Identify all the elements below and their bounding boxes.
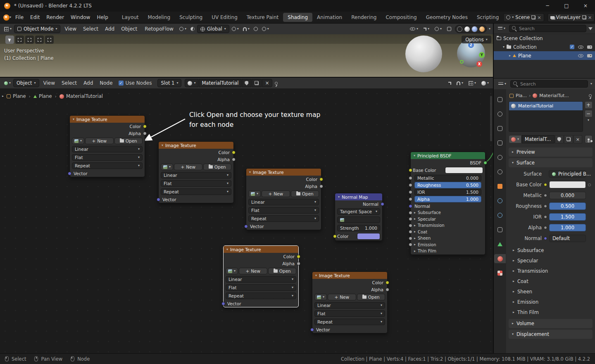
property-slider-ior[interactable]: 1.500 (549, 213, 586, 221)
node-panel-specular[interactable]: ▸Specular (411, 216, 485, 223)
node-normal-map[interactable]: ▾Normal MapNormalTangent Space▾Strength1… (335, 193, 383, 241)
material-name-field[interactable]: MaterialTutorial (199, 79, 241, 87)
pin-button[interactable] (273, 81, 279, 86)
node-tree-toggle-button[interactable] (585, 135, 593, 143)
subpanel-specular[interactable]: ▸Specular (508, 255, 593, 266)
select-extend-button[interactable] (25, 36, 34, 44)
socket-icon[interactable] (409, 183, 412, 187)
property-slider-alpha[interactable]: 1.000 (549, 224, 586, 231)
material-browse-button[interactable]: ▾ (185, 79, 198, 87)
unlink-scene-icon[interactable]: × (537, 15, 541, 20)
outliner-search-input[interactable] (519, 26, 583, 31)
properties-tab-output[interactable] (494, 124, 506, 133)
socket-icon[interactable] (381, 202, 384, 206)
outliner-editor-type-button[interactable]: ▾ (496, 26, 507, 31)
use-nodes-checkbox[interactable]: ✓ (119, 81, 124, 86)
collapse-icon[interactable]: ▾ (315, 274, 317, 277)
subpanel-thin-film[interactable]: ▸Thin Film (508, 307, 593, 317)
socket-icon[interactable] (409, 236, 412, 240)
open-image-button[interactable]: Open (203, 164, 232, 170)
node-overlays-button[interactable]: ▾ (467, 80, 478, 86)
remove-slot-button[interactable]: − (585, 110, 593, 117)
shader-editor-type-button[interactable]: ▾ (2, 81, 12, 86)
node-snap-button[interactable]: ▾ (455, 81, 465, 86)
mode-dropdown[interactable]: Object Mode ▾ (14, 25, 60, 33)
socket-icon[interactable] (232, 157, 236, 161)
viewport-options-button[interactable]: Options ▾ (462, 36, 491, 43)
node-image-texture-1[interactable]: ▾Image TextureColorAlpha▾+NewOpenLinear▾… (69, 115, 145, 177)
dropdown-linear[interactable]: Linear▾ (226, 276, 296, 283)
dropdown-linear[interactable]: Linear▾ (161, 172, 231, 178)
property-select-normal[interactable]: Default (549, 235, 586, 242)
node-panel-transmission[interactable]: ▸Transmission (411, 222, 485, 229)
volume-panel-header[interactable]: ▸ Volume (509, 319, 593, 328)
viewport-menu-select[interactable]: Select (80, 24, 102, 33)
browse-image-button[interactable]: ▾ (248, 190, 261, 197)
open-image-button[interactable]: Open (114, 138, 143, 144)
dropdown-repeat[interactable]: Repeat▾ (314, 319, 385, 325)
xray-toggle-button[interactable] (445, 26, 453, 32)
socket-icon[interactable] (297, 255, 300, 258)
rendered-shading-button[interactable] (479, 26, 485, 32)
pin-icon[interactable] (589, 94, 592, 97)
node-header[interactable]: ▾Principled BSDF (411, 152, 485, 159)
snap-toggle-button[interactable]: ▾ (241, 26, 251, 32)
collapse-icon[interactable]: ▾ (338, 195, 340, 199)
fake-user-button[interactable] (555, 135, 564, 143)
new-image-button[interactable]: +New (262, 190, 290, 197)
open-image-button[interactable]: Open (268, 268, 297, 274)
gizmo-negative-axis[interactable] (460, 60, 464, 64)
socket-icon[interactable] (409, 204, 412, 208)
open-image-button[interactable]: Open (357, 294, 386, 300)
properties-options-icon[interactable]: ▾ (590, 82, 592, 86)
workspace-tab-geometry-nodes[interactable]: Geometry Nodes (421, 13, 472, 22)
camera-icon[interactable] (587, 45, 592, 49)
surface-panel-header[interactable]: ▾ Surface (509, 158, 593, 167)
expand-icon[interactable]: ▸ (509, 54, 511, 57)
workspace-tab-compositing[interactable]: Compositing (381, 13, 421, 22)
slider-roughness[interactable]: Roughness0.500 (414, 182, 481, 188)
viewport-menu-add[interactable]: Add (102, 24, 118, 33)
solid-shading-button[interactable] (464, 26, 470, 32)
orientation-dropdown[interactable]: Global ▾ (197, 25, 229, 33)
use-nodes-toggle[interactable]: ✓ Use Nodes (117, 79, 154, 87)
blender-menu-icon[interactable] (3, 14, 10, 21)
dropdown-flat[interactable]: Flat▾ (161, 180, 231, 187)
node-editor-canvas[interactable]: ▸ Plane › Plane › MaterialTutorial Click… (0, 88, 493, 353)
shader-menu-add[interactable]: Add (80, 79, 96, 88)
outliner-row-plane[interactable]: ▸Plane (494, 51, 595, 60)
properties-tab-world[interactable] (494, 167, 506, 176)
node-image-texture-2[interactable]: ▾Image TextureColorAlpha▾+NewOpenLinear▾… (158, 141, 234, 203)
slider-metallic[interactable]: Metallic0.000 (414, 175, 481, 181)
gizmo-y-axis[interactable]: Y (479, 52, 485, 58)
go-to-parent-button[interactable] (447, 81, 453, 86)
select-intersect-button[interactable] (45, 36, 54, 44)
scene-selector[interactable]: ▾ Scene × (503, 13, 544, 22)
dropdown-flat[interactable]: Flat▾ (314, 310, 385, 317)
collapse-icon[interactable]: ▾ (226, 248, 228, 251)
node-image-texture-3[interactable]: ▾Image TextureColorAlpha▾+NewOpenLinear▾… (246, 168, 321, 230)
wireframe-shading-button[interactable] (457, 26, 463, 32)
falloff-button[interactable]: ▾ (260, 26, 271, 32)
node-header[interactable]: ▾Normal Map (335, 193, 382, 200)
socket-icon[interactable] (143, 131, 147, 135)
dropdown-repeat[interactable]: Repeat▾ (161, 188, 231, 195)
preview-sphere-object[interactable] (405, 36, 442, 72)
gizmo-x-axis[interactable]: X (476, 61, 482, 67)
number-strength[interactable]: Strength1.000 (337, 225, 380, 231)
properties-tab-render[interactable] (494, 109, 506, 119)
shader-menu-node[interactable]: Node (96, 79, 116, 88)
copy-material-button[interactable] (564, 135, 573, 143)
outliner-row-scene-collection[interactable]: Scene Collection (494, 34, 595, 43)
material-slot-materialtutorial[interactable]: MaterialTutorial (509, 102, 583, 110)
blender-menu-chevron-icon[interactable]: ▾ (10, 16, 11, 19)
socket-icon[interactable] (483, 161, 487, 164)
dropdown-repeat[interactable]: Repeat▾ (226, 293, 296, 299)
shader-type-dropdown[interactable]: Object ▾ (13, 79, 39, 87)
viewport-menu-view[interactable]: View (61, 24, 79, 33)
close-button[interactable]: × (576, 0, 595, 12)
unlink-material-button[interactable]: × (262, 79, 272, 87)
new-image-button[interactable]: +New (85, 138, 114, 144)
node-header[interactable]: ▾Image Texture (70, 116, 145, 123)
retopoflow-menu[interactable]: RetopoFlow (141, 24, 177, 33)
